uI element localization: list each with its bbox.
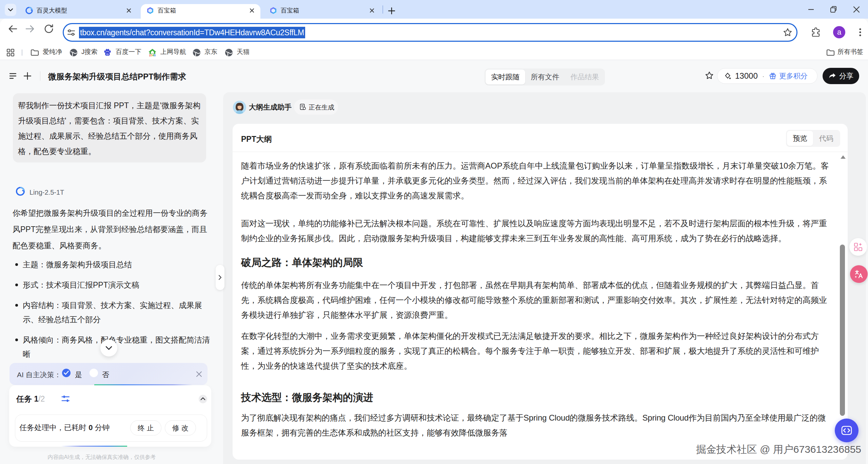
svg-text:2345: 2345 xyxy=(149,54,156,57)
svg-text:du: du xyxy=(106,53,109,55)
